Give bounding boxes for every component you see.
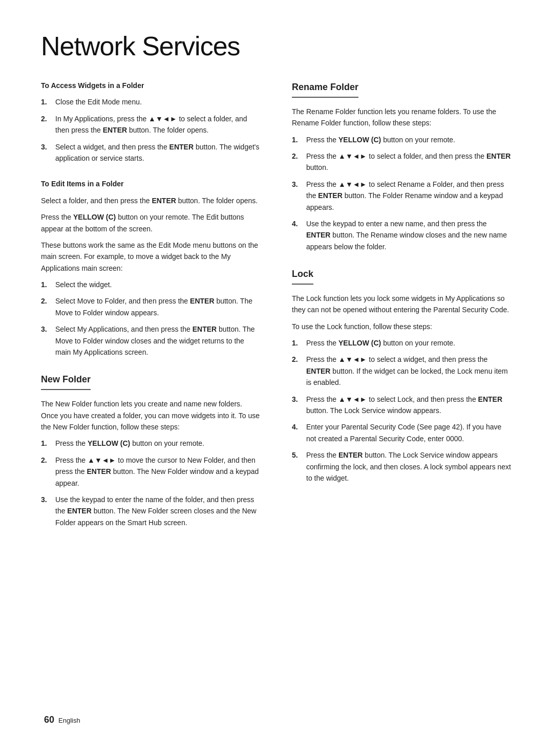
rename-folder-section: Rename Folder The Rename Folder function…: [292, 80, 512, 252]
list-item: Press the YELLOW (C) button on your remo…: [41, 438, 261, 449]
edit-items-section: To Edit Items in a Folder Select a folde…: [41, 178, 261, 358]
access-widgets-section: To Access Widgets in a Folder Close the …: [41, 80, 261, 164]
page-title: Network Services: [41, 31, 512, 61]
lock-steps: Press the YELLOW (C) button on your remo…: [292, 337, 512, 484]
lock-heading: Lock: [292, 267, 313, 285]
content-columns: To Access Widgets in a Folder Close the …: [41, 80, 512, 543]
list-item: Press the YELLOW (C) button on your remo…: [292, 134, 512, 145]
edit-items-para1: Select a folder, and then press the ENTE…: [41, 195, 261, 206]
page-footer: 60English: [41, 715, 80, 725]
new-folder-heading: New Folder: [41, 372, 91, 390]
list-item: Enter your Parental Security Code (See p…: [292, 421, 512, 444]
list-item: Press the ▲▼◄► to select Rename a Folder…: [292, 179, 512, 213]
list-item: Press the YELLOW (C) button on your remo…: [292, 337, 512, 349]
rename-folder-intro: The Rename Folder function lets you rena…: [292, 106, 512, 129]
edit-items-heading: To Edit Items in a Folder: [41, 178, 261, 189]
lock-intro1: The Lock function lets you lock some wid…: [292, 293, 512, 316]
list-item: Use the keypad to enter a new name, and …: [292, 218, 512, 252]
rename-folder-steps: Press the YELLOW (C) button on your remo…: [292, 134, 512, 253]
edit-items-para3: These buttons work the same as the Edit …: [41, 240, 261, 274]
new-folder-steps: Press the YELLOW (C) button on your remo…: [41, 438, 261, 528]
new-folder-section: New Folder The New Folder function lets …: [41, 372, 261, 528]
list-item: Select the widget.: [41, 279, 261, 290]
list-item: Press the ▲▼◄► to move the cursor to New…: [41, 455, 261, 489]
right-column: Rename Folder The Rename Folder function…: [292, 80, 512, 543]
footer-language: English: [58, 717, 80, 724]
access-widgets-heading: To Access Widgets in a Folder: [41, 80, 261, 91]
page-number: 60: [44, 715, 54, 725]
list-item: Use the keypad to enter the name of the …: [41, 494, 261, 528]
new-folder-intro: The New Folder function lets you create …: [41, 398, 261, 433]
access-widgets-steps: Close the Edit Mode menu. In My Applicat…: [41, 96, 261, 164]
list-item: Press the ENTER button. The Lock Service…: [292, 449, 512, 484]
list-item: Select a widget, and then press the ENTE…: [41, 141, 261, 164]
edit-items-para2: Press the YELLOW (C) button on your remo…: [41, 211, 261, 234]
list-item: Press the ▲▼◄► to select a folder, and t…: [292, 150, 512, 174]
edit-items-steps: Select the widget. Select Move to Folder…: [41, 279, 261, 358]
left-column: To Access Widgets in a Folder Close the …: [41, 80, 261, 543]
lock-section: Lock The Lock function lets you lock som…: [292, 267, 512, 484]
list-item: Press the ▲▼◄► to select a widget, and t…: [292, 354, 512, 388]
list-item: Select Move to Folder, and then press th…: [41, 295, 261, 318]
list-item: Select My Applications, and then press t…: [41, 323, 261, 358]
list-item: Press the ▲▼◄► to select Lock, and then …: [292, 394, 512, 417]
list-item: In My Applications, press the ▲▼◄► to se…: [41, 113, 261, 136]
rename-folder-heading: Rename Folder: [292, 80, 358, 98]
list-item: Close the Edit Mode menu.: [41, 96, 261, 107]
lock-intro2: To use the Lock function, follow these s…: [292, 321, 512, 332]
